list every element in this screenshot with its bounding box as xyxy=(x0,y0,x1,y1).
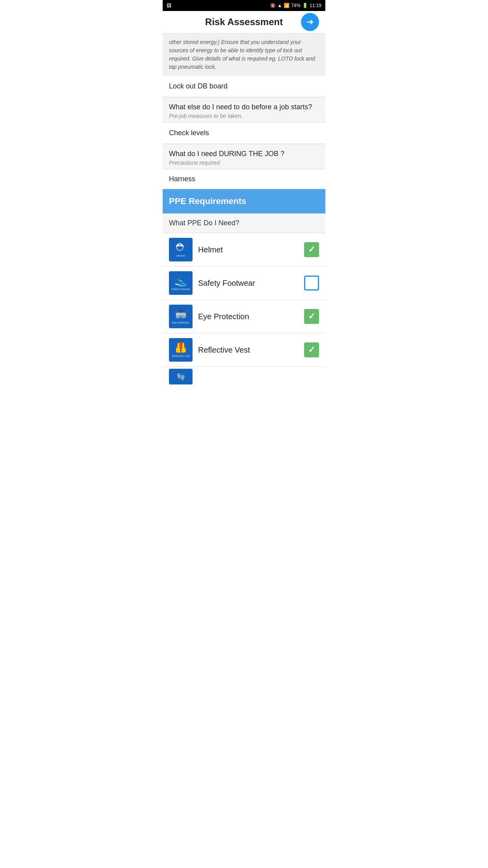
eye-protection-icon-box: 🥽 Eye protection xyxy=(169,305,193,328)
check-levels-text: Check levels xyxy=(169,129,209,137)
check-levels-row: Check levels xyxy=(163,123,325,144)
eye-protection-name: Eye Protection xyxy=(198,312,299,321)
ppe-item-helmet: ⛑ Helmet Helmet ✓ xyxy=(163,233,325,267)
partial-icon-box: 🧤 xyxy=(169,369,193,384)
safety-footwear-label: Safety footwear xyxy=(171,288,191,291)
status-bar-right: 🔇 ▲ 📶 74% 🔋 11:19 xyxy=(270,3,321,8)
next-button[interactable]: ➜ xyxy=(301,13,319,31)
ppe-item-safety-footwear: 👟 Safety footwear Safety Footwear xyxy=(163,267,325,300)
ppe-item-eye-protection: 🥽 Eye protection Eye Protection ✓ xyxy=(163,300,325,333)
battery-text: 74% xyxy=(291,3,301,8)
safety-footwear-symbol: 👟 xyxy=(174,275,187,287)
mute-icon: 🔇 xyxy=(270,3,276,8)
eye-protection-symbol: 🥽 xyxy=(174,308,187,320)
reflective-vest-label: Reflective vest xyxy=(172,355,190,358)
lockout-info-block: other stored energy.) Ensure that you un… xyxy=(163,33,325,76)
battery-icon: 🔋 xyxy=(302,3,308,8)
partial-icon-symbol: 🧤 xyxy=(176,372,185,381)
safety-footwear-name: Safety Footwear xyxy=(198,279,299,288)
signal-icon: 📶 xyxy=(284,3,290,8)
arrow-right-icon: ➜ xyxy=(306,18,314,26)
ppe-question-row: What PPE Do I Need? xyxy=(163,213,325,233)
status-bar: 🖼 🔇 ▲ 📶 74% 🔋 11:19 xyxy=(163,0,325,11)
helmet-name: Helmet xyxy=(198,245,299,254)
helmet-checkbox[interactable]: ✓ xyxy=(304,242,319,257)
reflective-vest-checkbox[interactable]: ✓ xyxy=(304,342,319,357)
during-job-input-row[interactable] xyxy=(163,169,325,189)
helmet-symbol: ⛑ xyxy=(176,241,186,254)
pre-job-section-header: What else do I need to do before a job s… xyxy=(163,97,325,123)
safety-footwear-checkbox[interactable] xyxy=(304,276,319,291)
check-icon-3: ✓ xyxy=(308,345,315,355)
image-icon: 🖼 xyxy=(167,3,171,8)
status-bar-left: 🖼 xyxy=(167,3,171,8)
helmet-label: Helmet xyxy=(176,254,185,257)
wifi-icon: ▲ xyxy=(277,3,282,8)
eye-protection-checkbox[interactable]: ✓ xyxy=(304,309,319,324)
ppe-item-reflective-vest: 🦺 Reflective vest Reflective Vest ✓ xyxy=(163,333,325,367)
pre-job-title: What else do I need to do before a job s… xyxy=(169,103,319,111)
reflective-vest-symbol: 🦺 xyxy=(174,342,187,354)
check-icon: ✓ xyxy=(308,245,315,255)
during-job-input[interactable] xyxy=(169,175,319,183)
reflective-vest-name: Reflective Vest xyxy=(198,346,299,355)
lockout-db-board-text: Lock out DB board xyxy=(169,82,227,90)
page-title: Risk Assessment xyxy=(205,17,283,28)
ppe-requirements-title: PPE Requirements xyxy=(169,196,246,206)
during-job-section-header: What do I need DURING THE JOB ? Precauti… xyxy=(163,144,325,169)
lockout-info-text: other stored energy.) Ensure that you un… xyxy=(169,39,315,70)
pre-job-subtitle: Pre-job measures to be taken. xyxy=(169,113,319,119)
safety-footwear-icon-box: 👟 Safety footwear xyxy=(169,271,193,295)
during-job-subtitle: Precautions required xyxy=(169,160,319,166)
eye-protection-label: Eye protection xyxy=(172,321,190,324)
helmet-icon-box: ⛑ Helmet xyxy=(169,238,193,261)
check-icon-2: ✓ xyxy=(308,311,315,322)
during-job-title: What do I need DURING THE JOB ? xyxy=(169,150,319,158)
reflective-vest-icon-box: 🦺 Reflective vest xyxy=(169,338,193,362)
ppe-question-text: What PPE Do I Need? xyxy=(169,219,239,227)
ppe-item-partial: 🧤 xyxy=(163,367,325,386)
header: Risk Assessment ➜ xyxy=(163,11,325,33)
ppe-requirements-section: PPE Requirements xyxy=(163,189,325,213)
time-text: 11:19 xyxy=(310,3,321,8)
lockout-db-board-row: Lock out DB board xyxy=(163,76,325,97)
